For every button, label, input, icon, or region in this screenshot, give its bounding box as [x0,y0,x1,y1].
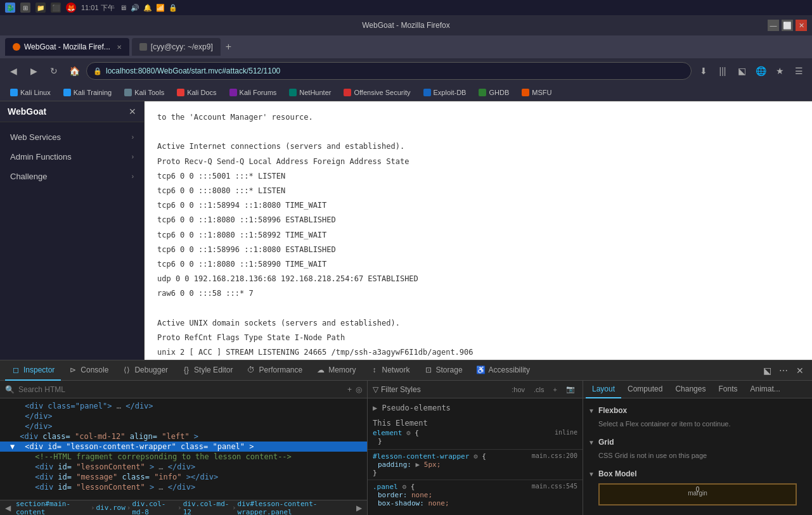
breadcrumb-col8[interactable]: div.col-md-8 [132,500,176,515]
devtools-tab-performance[interactable]: ⏱ Performance [240,360,309,381]
devtools-dock-button[interactable]: ⬕ [760,364,774,378]
search-input[interactable] [18,385,344,394]
bookmark-ghdb[interactable]: GHDB [474,87,514,98]
breadcrumb-col12[interactable]: div.col-md-12 [183,500,231,515]
menu-button[interactable]: ☰ [790,63,807,79]
html-line[interactable]: <div id= "lessonContent" > … </div> [0,482,367,492]
layout-tab-fonts[interactable]: Fonts [712,381,744,398]
devtools-tab-storage[interactable]: ⊡ Storage [418,360,469,381]
tab-webgoat[interactable]: WebGoat - Mozilla Firef... ✕ [5,38,129,56]
devtools-controls: ⬕ ⋯ ✕ [760,364,807,378]
attr-name: id= [48,442,61,451]
devtools-tab-accessibility[interactable]: ♿ Accessibility [470,360,536,381]
tag: > [249,442,254,451]
cls-button[interactable]: .cls [531,385,547,394]
bookmark-button[interactable]: ★ [771,63,788,79]
monitor-icon[interactable]: 🖥 [120,4,127,11]
html-line[interactable]: <div class="panel"> … </div> [0,401,367,411]
minimize-button[interactable]: — [768,20,779,31]
breadcrumb-prev-button[interactable]: ◀ [5,504,11,512]
taskbar-icon-5[interactable]: 🦊 [66,3,76,13]
downloads-button[interactable]: ⬇ [695,63,712,79]
sidebar-item-challenge[interactable]: Challenge › [0,167,144,186]
devtools-tab-inspector[interactable]: ◻ Inspector [5,360,61,381]
breadcrumb-section[interactable]: section#main-content [16,500,89,515]
layout-tab-computed[interactable]: Computed [621,381,669,398]
html-line[interactable]: <!--HTML fragment correpsonding to the l… [0,452,367,462]
layout-tab-animations[interactable]: Animat... [744,381,786,398]
devtools-tab-memory[interactable]: ☁ Memory [310,360,362,381]
notification-icon[interactable]: 🔔 [143,4,152,12]
bookmark-msfu[interactable]: MSFU [517,87,557,98]
pseudo-elements-section[interactable]: ▶ Pseudo-elements [368,401,583,415]
layout-tab-changes[interactable]: Changes [669,381,712,398]
volume-icon[interactable]: 🔊 [131,4,139,12]
home-button[interactable]: 🏠 [66,63,82,79]
tag: > [150,462,154,471]
pick-element-button[interactable]: ◎ [356,385,362,394]
taskbar-icon-2[interactable]: ⊞ [20,3,30,13]
tab-terminal[interactable]: [cyy@cyy: ~/exp9] [132,38,221,56]
flexbox-header[interactable]: ▼ Flexbox [588,404,807,417]
network-icon[interactable]: 📶 [156,4,165,12]
address-bar[interactable]: 🔒 localhost:8080/WebGoat/start.mvc#attac… [86,62,692,80]
bookmark-kali-training[interactable]: Kali Training [58,87,117,98]
html-line[interactable]: </div> [0,421,367,431]
bookmark-kali-docs[interactable]: Kali Docs [172,87,221,98]
lock-icon[interactable]: 🔒 [169,4,177,12]
html-line[interactable]: <div id= "lessonContent" > … </div> [0,462,367,472]
sidebar-close-button[interactable]: ✕ [129,106,136,117]
bookmark-offensive-security[interactable]: Offensive Security [338,87,415,98]
devtools-close-button[interactable]: ✕ [793,364,807,378]
html-line-selected[interactable]: ▼ <div id= "lesson-content-wrapper" clas… [0,442,367,452]
breadcrumb-wrapper[interactable]: div#lesson-content-wrapper.panel [238,500,355,515]
bookmark-kali-tools[interactable]: Kali Tools [119,87,169,98]
css-source-200: main.css:200 [532,452,577,461]
bookmark-exploit-db[interactable]: Exploit-DB [418,87,472,98]
breadcrumb-row[interactable]: div.row [96,504,126,512]
add-node-button[interactable]: + [347,385,352,394]
devtools-tab-network-label: Network [382,366,410,374]
taskbar-icon-4[interactable]: ⬛ [51,3,61,13]
taskbar-icon-3[interactable]: 📁 [35,3,46,13]
lock-icon: 🔒 [93,67,102,75]
restore-button[interactable]: ⬜ [782,20,793,31]
sidebar-item-web-services[interactable]: Web Services › [0,127,144,147]
container-button[interactable]: ⬕ [733,63,750,79]
bookmark-icon [124,89,132,96]
content-line [157,302,799,314]
tab-close-button[interactable]: ✕ [117,44,122,51]
devtools-more-button[interactable]: ⋯ [777,364,790,378]
sidebar-item-admin[interactable]: Admin Functions › [0,147,144,167]
title-bar: WebGoat - Mozilla Firefox — ⬜ ✕ [0,15,812,35]
html-line[interactable]: <div class= "col-md-12" align= "left" > [0,431,367,442]
new-tab-button[interactable]: + [223,39,234,55]
hov-button[interactable]: :hov [509,385,527,394]
bookmark-kali-forums[interactable]: Kali Forums [224,87,282,98]
screenshot-button[interactable]: 📷 [564,385,577,394]
profile-button[interactable]: 🌐 [752,63,769,79]
layout-tab-layout[interactable]: Layout [586,381,621,398]
bookmark-kali-linux[interactable]: Kali Linux [5,87,56,98]
html-line[interactable]: <div id= "message" class= "info" ></div> [0,472,367,482]
sidebar-toggle[interactable]: ||| [714,63,731,79]
close-button[interactable]: ✕ [796,20,807,31]
grid-header[interactable]: ▼ Grid [588,435,807,449]
devtools-tab-network[interactable]: ↕ Network [364,360,416,381]
devtools-tab-performance-label: Performance [259,366,302,374]
devtools-tab-style-editor[interactable]: {} Style Editor [176,360,239,381]
taskbar-icon-1[interactable]: 🐉 [5,3,15,13]
box-model-header[interactable]: ▼ Box Model [588,467,807,481]
forward-button[interactable]: ▶ [25,63,42,79]
bookmark-label: GHDB [489,89,509,96]
devtools-tab-debugger[interactable]: ⟨⟩ Debugger [116,360,174,381]
html-line[interactable]: </div> [0,411,367,421]
arrow: ▼ [10,442,20,451]
add-rule-button[interactable]: + [551,385,560,394]
back-button[interactable]: ◀ [5,63,22,79]
devtools-tab-console[interactable]: ⊳ Console [62,360,115,381]
breadcrumb-next-button[interactable]: ▶ [356,504,362,512]
reload-button[interactable]: ↻ [46,63,62,79]
content-line [157,126,799,138]
bookmark-nethunter[interactable]: NetHunter [284,87,336,98]
